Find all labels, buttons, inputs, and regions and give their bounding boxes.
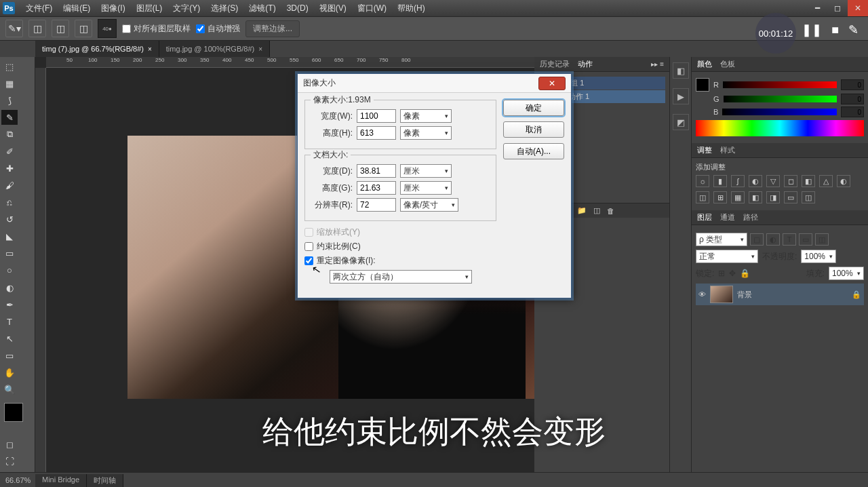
dodge-tool-icon[interactable]: ◐ bbox=[1, 280, 18, 295]
menu-help[interactable]: 帮助(H) bbox=[392, 3, 431, 14]
path-tool-icon[interactable]: ↖ bbox=[1, 331, 18, 346]
marquee-tool-icon[interactable]: ▦ bbox=[1, 76, 18, 91]
layer-thumb[interactable] bbox=[710, 286, 733, 303]
rec-stop-icon[interactable]: ■ bbox=[831, 23, 839, 37]
dialog-close-icon[interactable]: ✕ bbox=[538, 77, 566, 90]
tab-color[interactable]: 颜色 bbox=[697, 59, 712, 69]
width-doc-unit[interactable]: 厘米 bbox=[400, 164, 452, 178]
history-brush-tool-icon[interactable]: ↺ bbox=[1, 212, 18, 227]
pen-tool-icon[interactable]: ✒ bbox=[1, 297, 18, 312]
move-tool-icon[interactable]: ⬚ bbox=[1, 59, 18, 74]
sample-all-layers-checkbox[interactable]: 对所有图层取样 bbox=[122, 23, 191, 35]
filter-adj-icon[interactable]: ◐ bbox=[766, 233, 780, 246]
fill-input[interactable]: 100% bbox=[829, 267, 864, 280]
adj-select-icon[interactable]: ◫ bbox=[802, 191, 815, 203]
menu-edit[interactable]: 编辑(E) bbox=[58, 3, 96, 14]
adj-grad-icon[interactable]: ▭ bbox=[784, 191, 797, 203]
folder-icon[interactable]: 📁 bbox=[577, 206, 587, 215]
tab-timeline[interactable]: 时间轴 bbox=[87, 474, 123, 487]
adj-bw-icon[interactable]: ◧ bbox=[802, 175, 815, 187]
cancel-button[interactable]: 取消 bbox=[503, 121, 564, 138]
refine-edge-button[interactable]: 调整边缘... bbox=[245, 20, 300, 37]
eraser-tool-icon[interactable]: ◣ bbox=[1, 229, 18, 244]
tab-channels[interactable]: 通道 bbox=[720, 212, 735, 222]
menu-view[interactable]: 视图(V) bbox=[314, 3, 352, 14]
adj-brightness-icon[interactable]: ☼ bbox=[696, 175, 709, 187]
brush-tool-icon[interactable]: 🖌 bbox=[1, 178, 18, 193]
filter-shape-icon[interactable]: ▭ bbox=[799, 233, 812, 246]
resolution-unit[interactable]: 像素/英寸 bbox=[400, 198, 458, 212]
healing-tool-icon[interactable]: ✚ bbox=[1, 161, 18, 176]
lasso-tool-icon[interactable]: ⟆ bbox=[1, 93, 18, 108]
tab-actions[interactable]: 动作 bbox=[578, 59, 593, 69]
visibility-icon[interactable]: 👁 bbox=[698, 290, 706, 298]
crop-tool-icon[interactable]: ⧉ bbox=[1, 127, 18, 142]
tab-adjust[interactable]: 调整 bbox=[697, 145, 712, 155]
stamp-tool-icon[interactable]: ⎌ bbox=[1, 195, 18, 210]
color-r-input[interactable] bbox=[841, 79, 864, 90]
fg-bg-swatch[interactable] bbox=[4, 403, 23, 422]
tab-close-icon[interactable]: × bbox=[148, 45, 152, 53]
layer-filter[interactable]: ρ 类型 bbox=[696, 233, 747, 246]
constrain-proportions-checkbox[interactable]: 约束比例(C) bbox=[304, 241, 496, 252]
height-doc-unit[interactable]: 厘米 bbox=[400, 181, 452, 195]
ok-button[interactable]: 确定 bbox=[503, 100, 564, 116]
opt-sub-selection-icon[interactable]: ◫ bbox=[75, 20, 92, 37]
color-b-input[interactable] bbox=[841, 106, 864, 117]
close-icon[interactable]: ✕ bbox=[848, 0, 868, 16]
rec-pause-icon[interactable]: ❚❚ bbox=[802, 22, 822, 37]
menu-select[interactable]: 选择(S) bbox=[205, 3, 243, 14]
height-doc-input[interactable] bbox=[357, 181, 396, 195]
menu-image[interactable]: 图像(I) bbox=[96, 3, 130, 14]
auto-button[interactable]: 自动(A)... bbox=[503, 143, 564, 159]
adj-exposure-icon[interactable]: ◐ bbox=[749, 175, 762, 187]
color-g-input[interactable] bbox=[841, 94, 864, 104]
panel-icon[interactable]: ◧ bbox=[673, 62, 689, 79]
adj-levels-icon[interactable]: ▮ bbox=[713, 175, 727, 187]
zoom-level[interactable]: 66.67% bbox=[5, 476, 31, 484]
dialog-title-bar[interactable]: 图像大小 ✕ bbox=[298, 74, 571, 93]
shape-tool-icon[interactable]: ▭ bbox=[1, 348, 18, 363]
filter-img-icon[interactable]: ▢ bbox=[750, 233, 764, 246]
adj-mixer-icon[interactable]: ◫ bbox=[696, 191, 709, 203]
adj-lookup-icon[interactable]: ⊞ bbox=[713, 191, 727, 203]
zoom-tool-icon[interactable]: 🔍 bbox=[1, 382, 18, 397]
tab-history[interactable]: 历史记录 bbox=[540, 59, 570, 69]
menu-3d[interactable]: 3D(D) bbox=[281, 3, 314, 13]
new-icon[interactable]: ◫ bbox=[593, 206, 600, 215]
quick-select-tool-icon[interactable]: ✎ bbox=[1, 110, 18, 125]
gradient-tool-icon[interactable]: ▭ bbox=[1, 246, 18, 261]
width-doc-input[interactable] bbox=[357, 164, 396, 178]
blur-tool-icon[interactable]: ○ bbox=[1, 263, 18, 278]
current-tool-icon[interactable]: ✎▾ bbox=[5, 20, 23, 37]
opacity-input[interactable]: 100% bbox=[801, 250, 836, 263]
opt-new-selection-icon[interactable]: ◫ bbox=[28, 20, 46, 37]
opt-add-selection-icon[interactable]: ◫ bbox=[52, 20, 69, 37]
adj-thresh-icon[interactable]: ◨ bbox=[766, 191, 780, 203]
maximize-icon[interactable]: ◻ bbox=[827, 0, 848, 16]
screenmode-icon[interactable]: ⛶ bbox=[1, 454, 18, 469]
menu-window[interactable]: 窗口(W) bbox=[352, 3, 392, 14]
height-pixels-input[interactable] bbox=[357, 126, 396, 140]
menu-layer[interactable]: 图层(L) bbox=[131, 3, 168, 14]
resolution-input[interactable] bbox=[357, 198, 396, 212]
adj-poster-icon[interactable]: ◧ bbox=[749, 191, 762, 203]
tab-close-icon[interactable]: × bbox=[258, 45, 262, 53]
menu-type[interactable]: 文字(Y) bbox=[167, 3, 205, 14]
doc-tab-1[interactable]: timg (7).jpg @ 66.7%(RGB/8#)× bbox=[35, 41, 159, 57]
trash-icon[interactable]: 🗑 bbox=[607, 207, 614, 215]
minimize-icon[interactable]: ━ bbox=[807, 0, 827, 16]
tab-layers[interactable]: 图层 bbox=[697, 212, 712, 222]
auto-enhance-checkbox[interactable]: 自动增强 bbox=[196, 23, 240, 35]
lock-pixels-icon[interactable]: ⊞ bbox=[718, 269, 725, 278]
lock-all-icon[interactable]: 🔒 bbox=[740, 269, 750, 278]
blend-mode[interactable]: 正常 bbox=[696, 250, 758, 263]
menu-filter[interactable]: 滤镜(T) bbox=[243, 3, 281, 14]
fg-swatch-icon[interactable] bbox=[696, 78, 709, 92]
adj-vibrance-icon[interactable]: ▽ bbox=[766, 175, 780, 187]
adj-photo-icon[interactable]: ◐ bbox=[837, 175, 850, 187]
doc-tab-2[interactable]: timg.jpg @ 100%(RGB/8#)× bbox=[159, 41, 270, 57]
adj-hue-icon[interactable]: ◻ bbox=[784, 175, 797, 187]
width-pixels-input[interactable] bbox=[357, 109, 396, 123]
lock-pos-icon[interactable]: ✥ bbox=[729, 269, 736, 278]
